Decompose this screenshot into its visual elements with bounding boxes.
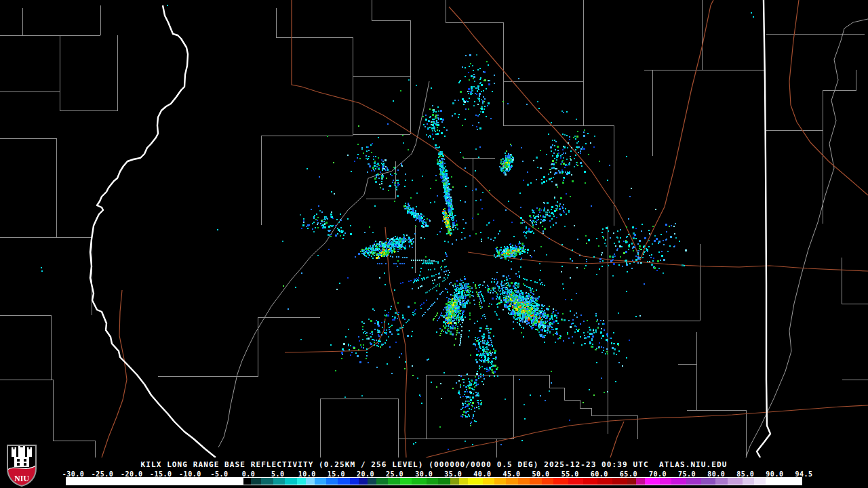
dbz-colorbar-segment	[494, 478, 506, 485]
dbz-colorbar-segment	[468, 478, 483, 485]
caption-bar: KILX LONG RANGE BASE REFLECTIVITY (0.25K…	[0, 458, 868, 488]
dbz-colorbar-segment	[645, 478, 660, 485]
dbz-colorbar-segment	[553, 478, 568, 485]
dbz-colorbar-segment	[315, 478, 326, 485]
dbz-colorbar-segment	[728, 478, 743, 485]
reflectivity-echo-layer	[0, 0, 868, 458]
logo-text: NIU	[14, 474, 29, 483]
dbz-colorbar-segment	[243, 478, 250, 485]
dbz-colorbar-segment	[530, 478, 541, 485]
dbz-colorbar-segment	[388, 478, 399, 485]
dbz-colorbar-segment	[350, 478, 359, 485]
dbz-colorbar-segment	[338, 478, 349, 485]
dbz-colorbar-segment	[715, 478, 727, 485]
dbz-colorbar-segment	[459, 478, 468, 485]
dbz-colorbar-segment	[671, 478, 686, 485]
dbz-colorbar	[66, 477, 802, 485]
dbz-colorbar-segment	[506, 478, 517, 485]
product-caption: KILX LONG RANGE BASE REFLECTIVITY (0.25K…	[0, 460, 868, 469]
dbz-colorbar-segment	[686, 478, 701, 485]
dbz-colorbar-segment	[568, 478, 583, 485]
dbz-colorbar-segment	[427, 478, 438, 485]
dbz-colorbar-segment	[612, 478, 627, 485]
dbz-colorbar-segment	[297, 478, 306, 485]
dbz-colorbar-segment	[251, 478, 262, 485]
radar-screenshot: NIU KILX LONG RANGE BASE REFLECTIVITY (0…	[0, 0, 868, 488]
dbz-colorbar-segment	[376, 478, 388, 485]
dbz-colorbar-segment	[359, 478, 368, 485]
dbz-colorbar-segment	[438, 478, 450, 485]
dbz-colorbar-segment	[368, 478, 376, 485]
dbz-colorbar-segment	[285, 478, 296, 485]
dbz-colorbar-segment	[597, 478, 612, 485]
dbz-colorbar-segment	[273, 478, 285, 485]
dbz-colorbar-segment	[701, 478, 716, 485]
dbz-colorbar-segment	[483, 478, 494, 485]
dbz-colorbar-segment	[766, 478, 801, 485]
dbz-colorbar-segment	[450, 478, 459, 485]
dbz-colorbar-segment	[412, 478, 427, 485]
dbz-colorbar-segment	[306, 478, 315, 485]
dbz-colorbar-segment	[754, 478, 766, 485]
dbz-colorbar-segment	[542, 478, 553, 485]
dbz-colorbar-segment	[660, 478, 671, 485]
dbz-colorbar-segment	[261, 478, 273, 485]
dbz-colorbar-segment	[743, 478, 754, 485]
castle-icon	[12, 445, 32, 467]
niu-logo: NIU	[5, 443, 38, 487]
dbz-colorbar-segment	[326, 478, 338, 485]
dbz-colorbar-segment	[66, 478, 243, 485]
dbz-colorbar-segment	[627, 478, 636, 485]
dbz-colorbar-segment	[583, 478, 598, 485]
dbz-colorbar-segment	[518, 478, 530, 485]
dbz-colorbar-segment	[636, 478, 645, 485]
dbz-colorbar-segment	[400, 478, 412, 485]
